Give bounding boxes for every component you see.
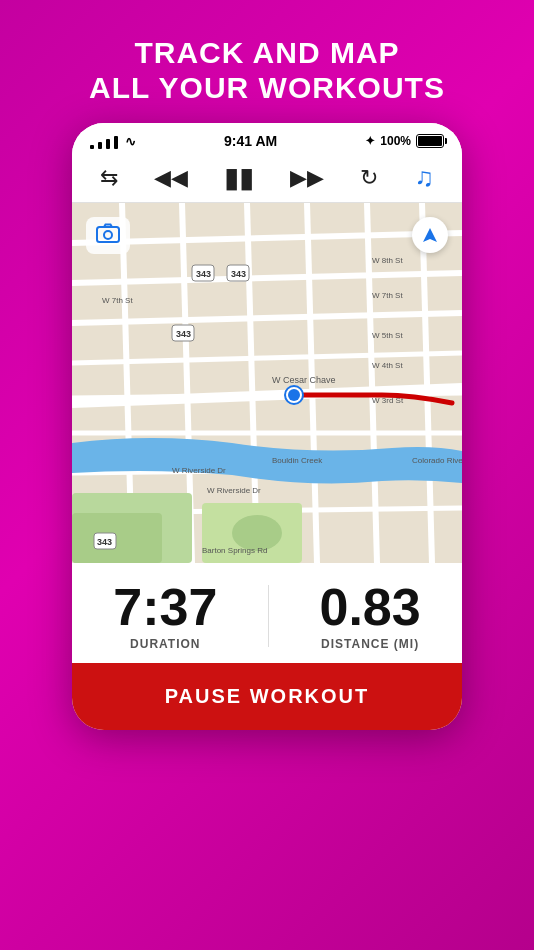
signal-bar-1 — [90, 145, 94, 149]
pause-music-button[interactable]: ▮▮ — [224, 161, 254, 194]
svg-point-44 — [104, 231, 112, 239]
shuffle-button[interactable]: ⇆ — [100, 165, 118, 191]
bluetooth-icon: ✦ — [365, 134, 375, 148]
phone-frame: ∿ 9:41 AM ✦ 100% ⇆ ◀◀ ▮▮ ▶▶ ↻ ♫ — [72, 123, 462, 730]
svg-rect-19 — [72, 513, 162, 563]
svg-text:W 7th St: W 7th St — [372, 291, 403, 300]
svg-text:Colorado River: Colorado River — [412, 456, 462, 465]
status-bar: ∿ 9:41 AM ✦ 100% — [72, 123, 462, 153]
svg-text:W 5th St: W 5th St — [372, 331, 403, 340]
camera-button[interactable] — [86, 217, 130, 254]
repeat-button[interactable]: ↻ — [360, 165, 378, 191]
svg-point-42 — [288, 389, 300, 401]
duration-value: 7:37 — [113, 581, 217, 633]
svg-text:343: 343 — [97, 537, 112, 547]
battery-fill — [418, 136, 442, 146]
svg-text:W Riverside Dr: W Riverside Dr — [207, 486, 261, 495]
svg-text:343: 343 — [231, 269, 246, 279]
duration-stat: 7:37 DURATION — [113, 581, 217, 651]
status-time: 9:41 AM — [224, 133, 277, 149]
svg-text:W Riverside Dr: W Riverside Dr — [172, 466, 226, 475]
music-note-icon[interactable]: ♫ — [414, 162, 434, 193]
header-line2: ALL YOUR WORKOUTS — [89, 71, 445, 106]
wifi-icon: ∿ — [125, 134, 136, 149]
next-button[interactable]: ▶▶ — [290, 165, 324, 191]
battery-icon — [416, 134, 444, 148]
signal-bar-2 — [98, 142, 102, 149]
svg-text:Bouldin Creek: Bouldin Creek — [272, 456, 323, 465]
svg-text:343: 343 — [176, 329, 191, 339]
header-section: TRACK AND MAP ALL YOUR WORKOUTS — [89, 36, 445, 105]
svg-text:343: 343 — [196, 269, 211, 279]
pause-workout-button[interactable]: PAUSE WORKOUT — [72, 663, 462, 730]
prev-button[interactable]: ◀◀ — [154, 165, 188, 191]
stats-area: 7:37 DURATION 0.83 DISTANCE (MI) — [72, 563, 462, 663]
battery-pct-label: 100% — [380, 134, 411, 148]
duration-label: DURATION — [113, 637, 217, 651]
distance-label: DISTANCE (MI) — [319, 637, 420, 651]
signal-bar-3 — [106, 139, 110, 149]
svg-text:Barton Springs Rd: Barton Springs Rd — [202, 546, 267, 555]
svg-text:W 8th St: W 8th St — [372, 256, 403, 265]
svg-text:W 4th St: W 4th St — [372, 361, 403, 370]
music-controls: ⇆ ◀◀ ▮▮ ▶▶ ↻ ♫ — [72, 153, 462, 203]
distance-stat: 0.83 DISTANCE (MI) — [319, 581, 420, 651]
header-line1: TRACK AND MAP — [89, 36, 445, 71]
svg-text:W Cesar Chave: W Cesar Chave — [272, 375, 336, 385]
map-area: W Cesar Chave W 7th St W 7th St W 8th St… — [72, 203, 462, 563]
svg-text:W 7th St: W 7th St — [102, 296, 133, 305]
battery-area: ✦ 100% — [365, 134, 444, 148]
distance-value: 0.83 — [319, 581, 420, 633]
stat-divider — [268, 585, 269, 647]
navigate-button[interactable] — [412, 217, 448, 253]
map-svg: W Cesar Chave W 7th St W 7th St W 8th St… — [72, 203, 462, 563]
signal-bar-4 — [114, 136, 118, 149]
signal-area: ∿ — [90, 134, 136, 149]
